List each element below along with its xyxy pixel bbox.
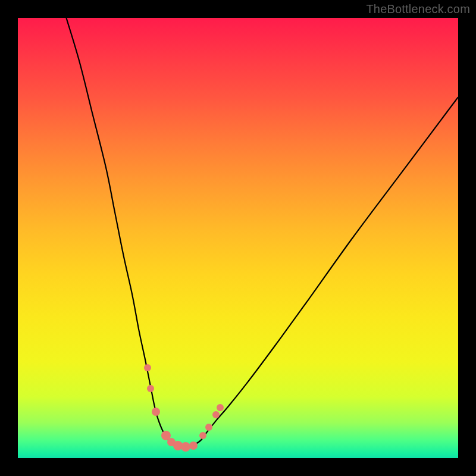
plot-area — [18, 18, 458, 458]
data-marker — [199, 432, 206, 439]
data-marker — [152, 408, 160, 416]
watermark-text: TheBottleneck.com — [366, 2, 470, 16]
marker-layer — [18, 18, 458, 458]
data-marker — [189, 441, 198, 450]
data-marker — [217, 404, 224, 411]
chart-frame: TheBottleneck.com — [0, 0, 476, 476]
data-marker — [147, 385, 154, 392]
data-marker — [144, 364, 151, 371]
data-marker — [212, 411, 220, 418]
data-marker — [205, 424, 212, 431]
